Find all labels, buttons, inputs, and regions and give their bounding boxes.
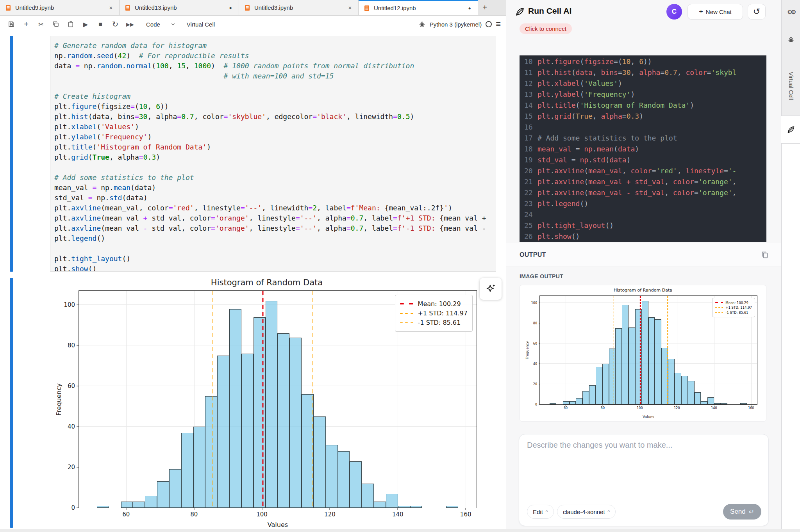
hist-bar xyxy=(181,433,193,508)
new-tab-button[interactable]: + xyxy=(478,0,491,15)
plot-area: 6080100120140160020406080100Mean: 100.29… xyxy=(539,295,757,405)
chat-history-button[interactable]: ↺ xyxy=(748,4,766,20)
copy-icon xyxy=(761,251,769,259)
hist-bar xyxy=(362,484,374,508)
close-icon[interactable]: × xyxy=(346,4,354,11)
cut-cell-button[interactable]: ✂ xyxy=(35,19,47,30)
mini-output-plot: Histogram of Random DataFrequency6080100… xyxy=(522,287,764,420)
copy-output-button[interactable] xyxy=(759,249,770,260)
line-number: 22 xyxy=(520,187,538,198)
line-number: 25 xyxy=(520,220,538,231)
kernel-status-icon[interactable] xyxy=(486,21,492,27)
hist-bar xyxy=(615,328,622,404)
cell-type-dropdown[interactable]: Code xyxy=(146,21,176,28)
sidebar-tab-run-cell-ai-active[interactable] xyxy=(781,116,800,144)
settings-gears-icon[interactable]: ⚙⚙ xyxy=(782,9,800,16)
send-button[interactable]: Send ↵ xyxy=(723,504,761,520)
copy-cell-button[interactable] xyxy=(50,19,62,30)
unsaved-dot-icon[interactable]: ● xyxy=(466,5,473,11)
caret-icon: ^ xyxy=(608,509,610,514)
hist-bar xyxy=(589,385,596,404)
hist-bar xyxy=(193,427,205,508)
y-tick-label: 80 xyxy=(68,342,75,349)
code-cell-indicator[interactable] xyxy=(10,36,13,272)
hist-bar xyxy=(326,445,338,508)
line-number: 16 xyxy=(520,122,538,133)
right-sidebar-strip: ⚙⚙ Virtual Cell xyxy=(781,0,800,532)
chart-xlabel: Values xyxy=(539,415,757,419)
tab-untitled12-active[interactable]: Untitled12.ipynb ● xyxy=(359,0,478,15)
run-cell-button[interactable]: ▶ xyxy=(80,19,91,30)
chat-input[interactable] xyxy=(527,441,761,495)
virtual-cell-toolbar-label[interactable]: Virtual Cell xyxy=(187,21,215,28)
debugger-bug-icon[interactable] xyxy=(418,21,426,28)
legend-label: -1 STD: 85.61 xyxy=(418,319,461,326)
x-tick-label: 80 xyxy=(601,406,605,410)
hist-bar xyxy=(576,398,582,404)
hist-bar xyxy=(695,392,701,404)
restart-kernel-button[interactable]: ↻ xyxy=(109,19,121,30)
output-cell-indicator[interactable] xyxy=(10,278,13,528)
hist-bar xyxy=(681,376,688,404)
notebook-file-icon xyxy=(244,4,251,11)
close-icon[interactable]: × xyxy=(107,4,114,11)
run-cell-ai-panel: Run Cell AI C + New Chat ↺ Click to conn… xyxy=(506,0,781,532)
paste-icon xyxy=(67,21,74,28)
hist-bar xyxy=(596,367,602,404)
hist-bar xyxy=(622,305,629,404)
bug-icon[interactable] xyxy=(782,36,800,44)
y-tick-label: 100 xyxy=(64,301,75,308)
hist-bar xyxy=(629,327,635,404)
tab-untitled9[interactable]: Untitled9.ipynb × xyxy=(0,0,120,15)
hist-bar xyxy=(338,451,350,508)
output-section-header: OUTPUT xyxy=(506,243,781,267)
panel-code-view[interactable]: 10plt.figure(figsize=(10, 6))11plt.hist(… xyxy=(520,55,766,242)
tab-untitled3[interactable]: Untitled3.ipynb × xyxy=(239,0,359,15)
stop-kernel-button[interactable]: ■ xyxy=(95,19,106,30)
y-tick-label: 100 xyxy=(531,301,537,305)
unsaved-dot-icon[interactable]: ● xyxy=(227,5,234,11)
toolbar-menu-icon[interactable]: ≡ xyxy=(496,20,501,28)
tab-label: Untitled3.ipynb xyxy=(254,4,343,11)
chart-xlabel: Values xyxy=(79,521,477,528)
hist-bar xyxy=(254,317,266,508)
axvline xyxy=(212,291,213,508)
sidebar-tab-virtual-cell[interactable]: Virtual Cell xyxy=(782,59,800,113)
kernel-name[interactable]: Python 3 (ipykernel) xyxy=(430,21,482,28)
new-chat-button[interactable]: + New Chat xyxy=(688,4,743,20)
hist-bar xyxy=(446,506,458,508)
save-button[interactable] xyxy=(5,19,17,30)
axvline xyxy=(312,291,313,508)
mode-dropdown[interactable]: Edit ^ xyxy=(527,505,554,519)
line-number: 15 xyxy=(520,111,538,122)
restart-run-all-button[interactable]: ▶▶ xyxy=(124,19,136,30)
hist-bar xyxy=(145,496,157,508)
cell-output-plot: Histogram of Random DataFrequency6080100… xyxy=(52,277,482,530)
tab-label: Untitled9.ipynb xyxy=(15,4,104,11)
y-tick-label: 60 xyxy=(68,383,75,390)
hist-bar xyxy=(217,356,229,508)
line-number: 21 xyxy=(520,176,538,187)
line-number: 17 xyxy=(520,133,538,144)
paste-cell-button[interactable] xyxy=(65,19,77,30)
model-dropdown[interactable]: claude-4-sonnet ^ xyxy=(557,505,616,519)
x-tick-label: 160 xyxy=(748,406,754,410)
hist-bar xyxy=(410,506,422,508)
tab-untitled13[interactable]: Untitled13.ipynb ● xyxy=(120,0,239,15)
chat-input-card: Edit ^ claude-4-sonnet ^ Send ↵ xyxy=(519,434,769,526)
add-cell-button[interactable]: + xyxy=(20,19,32,30)
quill-pen-icon xyxy=(787,125,795,134)
avatar[interactable]: C xyxy=(666,4,682,20)
legend-label: +1 STD: 114.97 xyxy=(725,306,752,310)
notebook-file-icon xyxy=(5,4,12,11)
axvline xyxy=(640,296,641,404)
hist-bar xyxy=(157,481,169,508)
line-number: 20 xyxy=(520,165,538,176)
hist-bar xyxy=(133,502,145,508)
connect-status-badge[interactable]: Click to connect xyxy=(520,23,572,34)
return-key-icon: ↵ xyxy=(749,508,754,516)
code-cell-editor[interactable]: # Generate random data for histogramnp.r… xyxy=(50,36,496,272)
hist-bar xyxy=(205,396,217,508)
hist-bar xyxy=(642,301,648,404)
ai-sparkle-button[interactable] xyxy=(480,278,502,300)
